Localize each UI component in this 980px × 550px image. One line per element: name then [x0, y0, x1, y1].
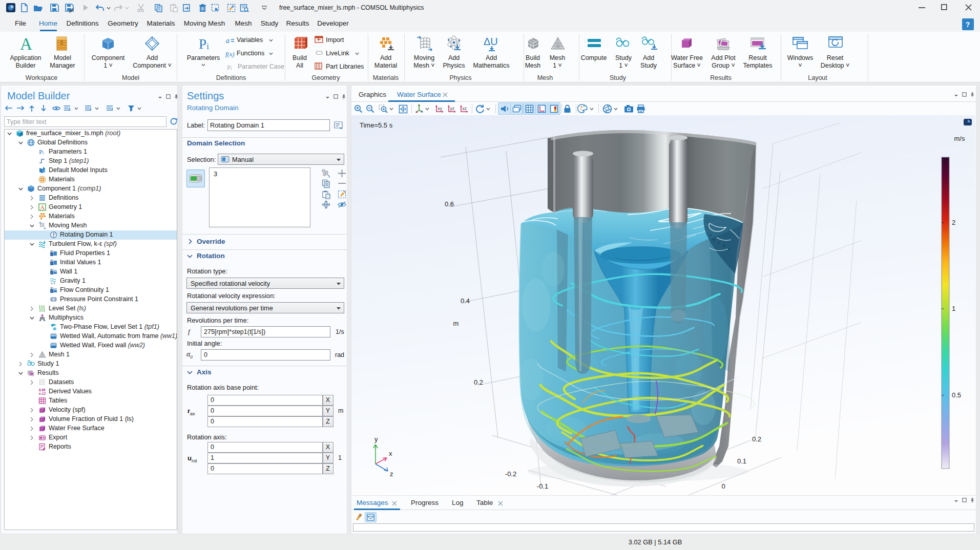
svg-text:x: x [389, 450, 392, 457]
svg-text:m/s: m/s [954, 135, 965, 142]
svg-text:e-12: e-12 [39, 392, 46, 395]
svg-text:a: a [226, 37, 230, 45]
svg-text:8.85: 8.85 [39, 388, 46, 392]
svg-text:f(x): f(x) [225, 51, 234, 58]
svg-text:0.2: 0.2 [752, 435, 761, 443]
svg-text:m: m [453, 320, 459, 327]
svg-text:2: 2 [952, 219, 955, 226]
svg-text:D: D [51, 259, 53, 262]
svg-text:Pi: Pi [199, 36, 209, 52]
svg-text:ΔU: ΔU [484, 36, 498, 47]
svg-text:-0.1: -0.1 [537, 482, 548, 490]
svg-text:A: A [20, 35, 32, 53]
svg-text:0.1: 0.1 [737, 457, 746, 465]
svg-text:0: 0 [721, 482, 725, 490]
svg-text:Pi: Pi [227, 64, 232, 71]
svg-text:D: D [51, 268, 53, 271]
svg-text:D: D [51, 287, 53, 290]
svg-text:0.5: 0.5 [952, 391, 961, 399]
svg-text:z: z [390, 470, 393, 478]
svg-text:y: y [374, 435, 378, 443]
svg-text:0.2: 0.2 [474, 378, 483, 386]
svg-text:D: D [51, 250, 53, 253]
svg-text:A: A [40, 204, 45, 211]
svg-text:Time=5.5 s: Time=5.5 s [360, 121, 393, 129]
svg-text:0.6: 0.6 [445, 200, 454, 208]
svg-text:1: 1 [952, 305, 955, 312]
svg-text:-0.2: -0.2 [505, 470, 516, 478]
svg-text:0.4: 0.4 [461, 297, 470, 305]
svg-text:Pi: Pi [39, 148, 44, 156]
